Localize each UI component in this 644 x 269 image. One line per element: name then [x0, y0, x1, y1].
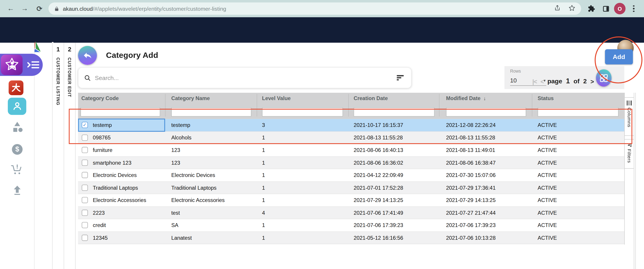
cell-modified-date: 2021-12-08 22:26:24 — [446, 119, 496, 132]
sidebar-item-category[interactable] — [11, 121, 24, 134]
address-bar[interactable]: akaun.cloud/#/applets/wavelet/erp/entity… — [48, 2, 581, 15]
scrollbar[interactable] — [634, 93, 636, 269]
next-page-icon[interactable]: > — [590, 78, 594, 85]
search-card — [78, 67, 412, 88]
add-button[interactable]: Add — [605, 49, 633, 64]
row-checkbox[interactable] — [82, 147, 88, 153]
prev-page-icon[interactable]: < — [540, 78, 544, 85]
filter-input-creation-date[interactable] — [354, 107, 434, 116]
cell-category-name: Alcohols — [171, 132, 192, 144]
page-total: 2 — [583, 77, 587, 85]
filter-input-level-value[interactable] — [262, 107, 343, 116]
url-host: akaun.cloud — [63, 5, 93, 12]
panel-tab-columns[interactable]: Columns — [624, 97, 634, 136]
search-icon — [84, 74, 91, 81]
cell-modified-date: 2021-07-29 17:36:41 — [446, 182, 496, 194]
cell-status: ACTIVE — [538, 144, 557, 157]
app-header: akaun — [0, 17, 644, 43]
table-row[interactable]: 12345 Lanatest 1 2021-05-12 16:16:56 202… — [78, 232, 624, 244]
cell-creation-date: 2021-05-12 16:16:56 — [354, 232, 403, 244]
filter-input-modified-date[interactable] — [446, 107, 526, 116]
browser-forward-icon[interactable]: → — [20, 4, 30, 14]
extensions-puzzle-icon[interactable] — [587, 4, 596, 14]
cell-status: ACTIVE — [538, 169, 557, 182]
table-row[interactable]: furniture 123 1 2021-08-06 16:40:13 2021… — [78, 144, 624, 157]
browser-back-icon[interactable]: ← — [6, 4, 16, 14]
cell-status: ACTIVE — [538, 132, 557, 144]
col-header-creation-date[interactable]: Creation Date — [354, 93, 388, 103]
page-title: Category Add — [106, 50, 158, 60]
cell-creation-date: 2021-07-06 17:41:49 — [354, 207, 403, 219]
filter-input-category-code[interactable] — [80, 107, 160, 116]
cell-category-code: testemp — [93, 119, 112, 132]
side-panel-icon[interactable] — [601, 4, 610, 14]
table-row[interactable]: 2223 test 4 2021-07-06 17:41:49 2021-07-… — [78, 207, 624, 219]
sidebar-item-cart[interactable] — [10, 164, 24, 176]
cell-creation-date: 2021-08-13 11:55:28 — [354, 132, 403, 144]
cell-level-value: 1 — [262, 232, 265, 244]
sidebar-item-entity-active[interactable] — [8, 98, 26, 115]
row-checkbox[interactable] — [82, 134, 88, 141]
cell-category-code: Traditional Laptops — [93, 182, 138, 194]
row-checkbox[interactable] — [82, 197, 88, 203]
share-icon[interactable] — [554, 4, 560, 13]
cell-category-name: Traditional Laptops — [171, 182, 216, 194]
grid-view-button[interactable] — [596, 69, 612, 86]
table-row[interactable]: credit SA 1 2021-07-06 17:39:23 2021-07-… — [78, 219, 624, 232]
columns-icon — [627, 101, 632, 105]
tab-customer-listing[interactable]: CUSTOMER LISTING — [52, 57, 64, 105]
table-row[interactable]: 098765 Alcohols 1 2021-08-13 11:55:28 20… — [78, 132, 624, 144]
row-checkbox[interactable] — [82, 160, 88, 166]
of-label: of — [574, 77, 580, 85]
col-header-category-name[interactable]: Category Name — [171, 93, 210, 103]
tab-customer-edit-number[interactable]: 2 — [64, 45, 75, 52]
cell-level-value: 4 — [262, 207, 265, 219]
table-row[interactable]: testemp testemp 3 2021-10-17 16:15:37 20… — [78, 119, 624, 132]
collapse-menu-icon[interactable] — [26, 60, 40, 70]
search-input[interactable] — [94, 74, 375, 81]
customer-applet-icon[interactable] — [1, 54, 22, 75]
filter-input-category-name[interactable] — [171, 107, 251, 116]
table-row[interactable]: smartphone 123 123 1 2021-08-06 16:36:02… — [78, 157, 624, 169]
first-page-icon[interactable]: |< — [532, 78, 537, 85]
table-row[interactable]: Traditional Laptops Traditional Laptops … — [78, 182, 624, 194]
pagination: |< < page 1 of 2 > >| — [532, 76, 602, 86]
cell-status: ACTIVE — [538, 157, 557, 169]
filter-funnel-icon[interactable] — [397, 75, 404, 81]
rows-label: Rows — [510, 69, 521, 73]
col-header-modified-date[interactable]: Modified Date ↓ — [446, 93, 486, 103]
cell-modified-date: 2021-08-06 16:38:47 — [446, 157, 496, 169]
cell-status: ACTIVE — [538, 194, 557, 207]
row-checkbox[interactable] — [82, 172, 88, 178]
table-row[interactable]: Electronic Accessories Electronic Access… — [78, 194, 624, 207]
cell-status: ACTIVE — [538, 219, 557, 232]
bookmark-star-icon[interactable] — [568, 4, 575, 13]
filter-input-status[interactable] — [538, 107, 618, 116]
panel-tab-filters[interactable]: Filters — [624, 139, 634, 169]
col-header-category-code[interactable]: Category Code — [82, 93, 119, 103]
col-header-level-value[interactable]: Level Value — [262, 93, 291, 103]
browser-menu-icon[interactable] — [632, 4, 636, 14]
table-row[interactable]: Electronic Devices Electronic Devices 1 … — [78, 169, 624, 182]
cell-creation-date: 2021-10-17 16:15:37 — [354, 119, 403, 132]
sort-desc-icon: ↓ — [484, 96, 486, 101]
row-checkbox[interactable] — [82, 210, 88, 216]
cell-category-name: SA — [171, 219, 178, 232]
tab-customer-listing-number[interactable]: 1 — [52, 45, 64, 52]
row-checkbox[interactable] — [82, 222, 88, 228]
cell-level-value: 1 — [262, 132, 265, 144]
row-checkbox[interactable] — [82, 122, 88, 128]
row-checkbox[interactable] — [82, 185, 88, 191]
browser-profile-avatar[interactable]: O — [614, 3, 626, 14]
cell-modified-date: 2021-07-29 14:13:25 — [446, 194, 496, 207]
chinese-app-icon[interactable] — [9, 80, 24, 95]
back-button[interactable] — [78, 46, 97, 65]
col-header-status[interactable]: Status — [538, 93, 554, 103]
sidebar-item-upload[interactable] — [13, 185, 22, 196]
cell-category-name: Electronic Devices — [171, 169, 215, 182]
cell-modified-date: 2021-07-06 10:13:28 — [446, 232, 496, 244]
row-checkbox[interactable] — [82, 235, 88, 241]
tab-customer-edit[interactable]: CUSTOMER EDIT — [64, 57, 75, 97]
browser-reload-icon[interactable]: ⟳ — [34, 4, 44, 14]
sidebar-item-money[interactable]: $ — [12, 144, 22, 155]
